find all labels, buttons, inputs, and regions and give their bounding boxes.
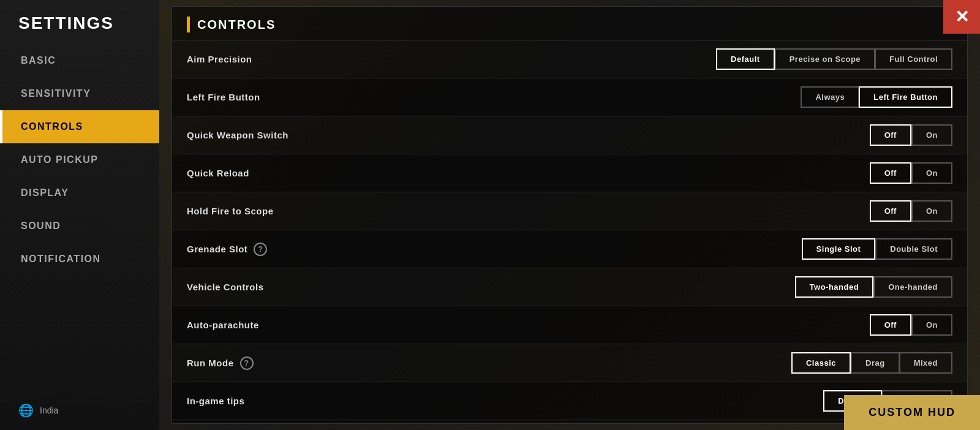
toggle-btn-run-mode-1[interactable]: Drag: [851, 352, 899, 374]
sidebar-item-basic[interactable]: BASIC: [0, 44, 159, 77]
setting-row-hold-fire-to-scope: Hold Fire to ScopeOffOn: [172, 192, 967, 230]
setting-row-grenade-slot: Grenade Slot?Single SlotDouble Slot: [172, 230, 967, 268]
btn-group-hold-fire-to-scope: OffOn: [870, 200, 952, 222]
app-title: SETTINGS: [0, 0, 159, 44]
toggle-btn-aim-precision-1[interactable]: Precise on Scope: [775, 48, 875, 70]
setting-row-quick-weapon-switch: Quick Weapon SwitchOffOn: [172, 116, 967, 154]
settings-list: Aim PrecisionDefaultPrecise on ScopeFull…: [172, 40, 967, 420]
setting-row-vehicle-controls: Vehicle ControlsTwo-handedOne-handed: [172, 268, 967, 306]
setting-row-aim-precision: Aim PrecisionDefaultPrecise on ScopeFull…: [172, 40, 967, 78]
section-header: CONTROLS: [172, 7, 967, 40]
custom-hud-button[interactable]: CUSTOM HUD: [844, 395, 980, 430]
toggle-btn-quick-weapon-switch-1[interactable]: On: [911, 124, 952, 146]
sidebar-item-notification[interactable]: NOTIFICATION: [0, 243, 159, 276]
btn-group-aim-precision: DefaultPrecise on ScopeFull Control: [716, 48, 952, 70]
section-title: CONTROLS: [197, 18, 276, 32]
setting-row-auto-parachute: Auto-parachuteOffOn: [172, 306, 967, 344]
setting-label-quick-reload: Quick Reload: [187, 168, 870, 178]
toggle-btn-aim-precision-0[interactable]: Default: [716, 48, 775, 70]
setting-label-hold-fire-to-scope: Hold Fire to Scope: [187, 206, 870, 216]
sidebar-item-sensitivity[interactable]: SENSITIVITY: [0, 77, 159, 110]
globe-icon: 🌐: [18, 403, 34, 418]
setting-row-left-fire-button: Left Fire ButtonAlwaysLeft Fire Button: [172, 78, 967, 116]
toggle-btn-grenade-slot-1[interactable]: Double Slot: [875, 238, 952, 260]
setting-label-vehicle-controls: Vehicle Controls: [187, 282, 795, 292]
sidebar: SETTINGS BASICSENSITIVITYCONTROLSAUTO PI…: [0, 0, 159, 430]
setting-label-grenade-slot: Grenade Slot?: [187, 243, 802, 256]
toggle-btn-quick-reload-0[interactable]: Off: [870, 162, 911, 184]
help-icon-grenade-slot[interactable]: ?: [254, 243, 267, 256]
setting-row-quick-reload: Quick ReloadOffOn: [172, 154, 967, 192]
toggle-btn-auto-parachute-1[interactable]: On: [911, 314, 952, 336]
toggle-btn-left-fire-button-0[interactable]: Always: [801, 86, 859, 108]
setting-row-run-mode: Run Mode?ClassicDragMixed: [172, 344, 967, 382]
setting-label-in-game-tips: In-game tips: [187, 396, 823, 406]
setting-label-aim-precision: Aim Precision: [187, 54, 716, 64]
settings-panel: CONTROLS Aim PrecisionDefaultPrecise on …: [172, 6, 968, 424]
region-label: India: [40, 405, 58, 415]
toggle-btn-vehicle-controls-1[interactable]: One-handed: [873, 276, 952, 298]
btn-group-run-mode: ClassicDragMixed: [791, 352, 952, 374]
setting-label-run-mode: Run Mode?: [187, 356, 791, 370]
setting-label-auto-parachute: Auto-parachute: [187, 320, 870, 330]
sidebar-item-sound[interactable]: SOUND: [0, 209, 159, 243]
help-icon-run-mode[interactable]: ?: [240, 356, 254, 370]
toggle-btn-quick-weapon-switch-0[interactable]: Off: [870, 124, 911, 146]
toggle-btn-grenade-slot-0[interactable]: Single Slot: [802, 238, 876, 260]
btn-group-quick-weapon-switch: OffOn: [870, 124, 952, 146]
toggle-btn-vehicle-controls-0[interactable]: Two-handed: [795, 276, 874, 298]
toggle-btn-auto-parachute-0[interactable]: Off: [870, 314, 911, 336]
toggle-btn-quick-reload-1[interactable]: On: [911, 162, 952, 184]
toggle-btn-aim-precision-2[interactable]: Full Control: [875, 48, 952, 70]
setting-label-quick-weapon-switch: Quick Weapon Switch: [187, 130, 870, 140]
btn-group-vehicle-controls: Two-handedOne-handed: [795, 276, 952, 298]
btn-group-left-fire-button: AlwaysLeft Fire Button: [801, 86, 952, 108]
sidebar-item-controls[interactable]: CONTROLS: [0, 110, 159, 143]
main-content: ✕ CONTROLS Aim PrecisionDefaultPrecise o…: [159, 0, 980, 430]
section-bar: [187, 17, 190, 32]
sidebar-item-auto-pickup[interactable]: AUTO PICKUP: [0, 143, 159, 176]
close-icon: ✕: [955, 7, 969, 27]
toggle-btn-run-mode-2[interactable]: Mixed: [899, 352, 952, 374]
setting-label-left-fire-button: Left Fire Button: [187, 92, 801, 102]
btn-group-grenade-slot: Single SlotDouble Slot: [802, 238, 952, 260]
btn-group-quick-reload: OffOn: [870, 162, 952, 184]
sidebar-footer: 🌐 India: [0, 391, 159, 430]
toggle-btn-hold-fire-to-scope-1[interactable]: On: [911, 200, 952, 222]
close-button[interactable]: ✕: [943, 0, 980, 34]
toggle-btn-hold-fire-to-scope-0[interactable]: Off: [870, 200, 911, 222]
btn-group-auto-parachute: OffOn: [870, 314, 952, 336]
toggle-btn-left-fire-button-1[interactable]: Left Fire Button: [859, 86, 952, 108]
toggle-btn-run-mode-0[interactable]: Classic: [791, 352, 851, 374]
sidebar-item-display[interactable]: DISPLAY: [0, 176, 159, 209]
